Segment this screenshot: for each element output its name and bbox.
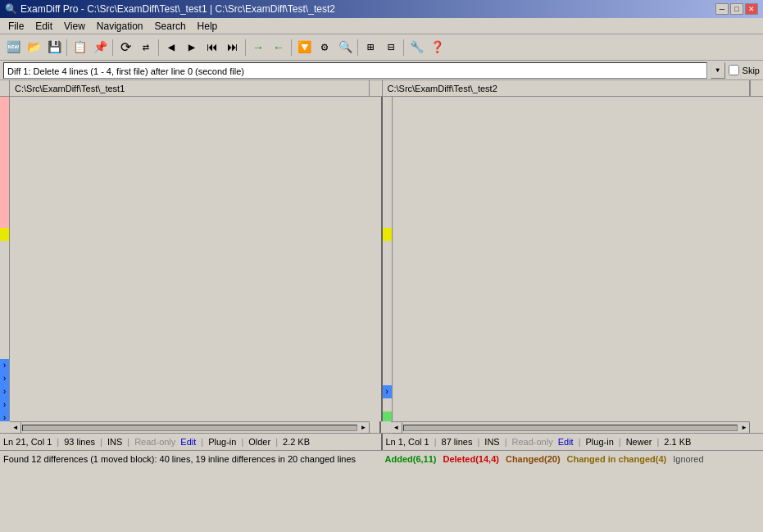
- diffsum-right: Added(6,11) Deleted(14,4) Changed(20) Ch…: [379, 454, 761, 464]
- rmarker-6: [383, 162, 392, 175]
- right-filesize: 2.1 KB: [664, 437, 691, 447]
- menu-edit[interactable]: Edit: [30, 20, 57, 33]
- main-area: C:\Src\ExamDiff\Test\_test1 C:\Src\ExamD…: [0, 80, 763, 433]
- toolbar-prev-diff-btn[interactable]: ◀: [161, 38, 181, 57]
- rmarker-21: [383, 359, 392, 372]
- badge-deleted: Deleted(14,4): [443, 454, 498, 464]
- left-hscroll-track[interactable]: [22, 425, 357, 431]
- right-hscroll-right-btn[interactable]: ►: [738, 422, 750, 434]
- left-ins: INS: [107, 437, 122, 447]
- skip-checkbox[interactable]: [729, 65, 739, 75]
- right-hscroll-track[interactable]: [403, 425, 738, 431]
- rmarker-10: [383, 215, 392, 228]
- rmarker-13: [383, 254, 392, 267]
- rmarker-11: [383, 228, 392, 241]
- rmarker-20: [383, 346, 392, 359]
- close-button[interactable]: ✕: [745, 3, 758, 15]
- left-marker-col: › › › › › ›: [0, 97, 10, 421]
- menu-navigation[interactable]: Navigation: [92, 20, 148, 33]
- left-hscroll-right-btn[interactable]: ►: [358, 422, 370, 434]
- rmarker-12: [383, 241, 392, 254]
- rstatus-sep-2: |: [477, 437, 479, 447]
- titlebar: 🔍 ExamDiff Pro - C:\Src\ExamDiff\Test\_t…: [0, 0, 763, 18]
- rmarker-23: ›: [383, 385, 392, 398]
- toolbar-refresh-btn[interactable]: ⟳: [116, 38, 135, 57]
- marker-8: [0, 189, 9, 202]
- toolbar-expand-btn[interactable]: ⊞: [361, 38, 380, 57]
- rmarker-25: [383, 412, 392, 421]
- left-fileage: Older: [248, 437, 270, 447]
- toolbar-first-diff-btn[interactable]: ⏮: [202, 38, 222, 57]
- menu-search[interactable]: Search: [150, 20, 191, 33]
- skip-label[interactable]: Skip: [743, 66, 760, 75]
- status-sep-6: |: [275, 437, 278, 447]
- menu-view[interactable]: View: [59, 20, 90, 33]
- marker-10: [0, 215, 9, 228]
- marker-17: [0, 307, 9, 320]
- menu-file[interactable]: File: [3, 20, 29, 33]
- left-filesize: 2.2 KB: [283, 437, 310, 447]
- right-ins: INS: [484, 437, 499, 447]
- diffsum-bar: Found 12 differences (1 moved block): 40…: [0, 450, 763, 466]
- marker-13: [0, 254, 9, 267]
- marker-16: [0, 293, 9, 307]
- toolbar-help-btn[interactable]: ❓: [427, 38, 447, 57]
- rstatus-sep-3: |: [505, 437, 507, 447]
- toolbar-sep-2: [112, 39, 113, 56]
- toolbar-open-btn[interactable]: 📂: [24, 38, 43, 57]
- toolbar-last-diff-btn[interactable]: ⏭: [223, 38, 243, 57]
- toolbar-copy-right-btn[interactable]: →: [248, 38, 268, 57]
- rstatus-sep-1: |: [434, 437, 437, 447]
- right-edit-btn[interactable]: Edit: [558, 437, 574, 447]
- toolbar-filter-btn[interactable]: 🔽: [294, 38, 314, 57]
- toolbar-swap-btn[interactable]: ⇄: [136, 38, 156, 57]
- toolbar-sep-3: [158, 39, 159, 56]
- diffsum-left: Found 12 differences (1 moved block): 40…: [3, 454, 379, 464]
- toolbar-sep-7: [403, 39, 404, 56]
- toolbar-sep-1: [66, 39, 67, 56]
- rmarker-15: [383, 280, 392, 293]
- badge-added: Added(6,11): [385, 454, 437, 464]
- diffbar-text: Diff 1: Delete 4 lines (1 - 4, first fil…: [3, 62, 707, 79]
- toolbar-next-diff-btn[interactable]: ▶: [182, 38, 202, 57]
- menu-help[interactable]: Help: [193, 20, 223, 33]
- diffsum-text: Found 12 differences (1 moved block): 40…: [3, 454, 356, 464]
- toolbar-plugin-btn[interactable]: 🔧: [406, 38, 426, 57]
- hscroll-spacer-3: [381, 421, 391, 433]
- toolbar-search-btn[interactable]: 🔍: [335, 38, 355, 57]
- toolbar-copy-btn[interactable]: 📋: [70, 38, 89, 57]
- left-hscroll-left-btn[interactable]: ◄: [10, 422, 21, 434]
- rmarker-8: [383, 189, 392, 202]
- toolbar-paste-btn[interactable]: 📌: [90, 38, 110, 57]
- toolbar-collapse-btn[interactable]: ⊟: [381, 38, 401, 57]
- rmarker-3: [383, 123, 392, 136]
- marker-2: [0, 110, 9, 123]
- badge-ignored: Ignored: [673, 454, 703, 464]
- marker-15: [0, 280, 9, 293]
- rmarker-9: [383, 202, 392, 215]
- right-hscroll-left-btn[interactable]: ◄: [391, 422, 402, 434]
- rmarker-24: [383, 398, 392, 412]
- toolbar-save-btn[interactable]: 💾: [44, 38, 64, 57]
- marker-1: [0, 97, 9, 110]
- toolbar-sep-6: [357, 39, 358, 56]
- marker-20: [0, 346, 9, 359]
- right-hscroll[interactable]: ◄ ►: [391, 421, 751, 433]
- diffbar: Diff 1: Delete 4 lines (1 - 4, first fil…: [0, 61, 763, 80]
- toolbar-copy-left-btn[interactable]: ←: [269, 38, 288, 57]
- toolbar-settings-btn[interactable]: ⚙: [315, 38, 334, 57]
- left-hscroll[interactable]: ◄ ►: [10, 421, 370, 433]
- marker-25: ›: [0, 412, 9, 421]
- maximize-button[interactable]: □: [730, 3, 743, 15]
- minimize-button[interactable]: ─: [715, 3, 729, 15]
- hscroll-spacer-4: [750, 421, 763, 433]
- left-edit-btn[interactable]: Edit: [180, 437, 196, 447]
- rmarker-4: [383, 136, 392, 149]
- marker-21: ›: [0, 359, 9, 372]
- toolbar-new-btn[interactable]: 🆕: [3, 38, 23, 57]
- hscroll-spacer-1: [0, 421, 10, 433]
- diffbar-dropdown-btn[interactable]: ▼: [711, 62, 725, 79]
- right-marker-col: ›: [383, 97, 393, 421]
- left-panel-header: C:\Src\ExamDiff\Test\_test1: [10, 80, 369, 97]
- marker-12: [0, 241, 9, 254]
